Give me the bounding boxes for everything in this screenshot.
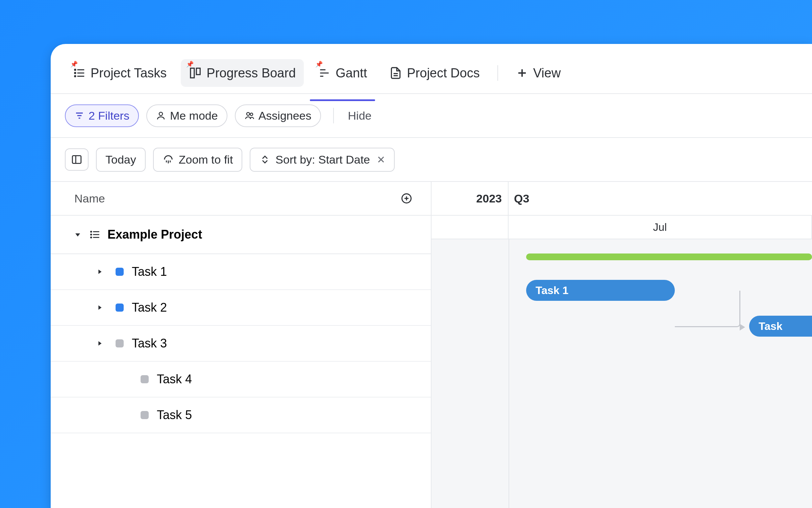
caret-down-icon [73, 230, 82, 239]
gantt-bar-label: Task [759, 320, 783, 333]
tab-label: Progress Board [206, 66, 296, 80]
filter-icon [74, 111, 84, 121]
panel-icon [71, 154, 82, 165]
tab-label: Project Tasks [91, 66, 167, 80]
tab-divider [497, 65, 498, 81]
clear-sort-icon[interactable]: ✕ [377, 154, 385, 166]
task-name: Task 3 [132, 336, 167, 350]
tab-label: Gantt [336, 66, 367, 80]
tab-project-docs[interactable]: Project Docs [381, 59, 488, 87]
sort-by-label: Sort by: Start Date [275, 153, 370, 166]
filter-bar: 2 Filters Me mode Assignees Hide [51, 94, 812, 138]
add-task-icon[interactable] [400, 192, 413, 204]
gantt-quarter-label: Q3 [509, 182, 812, 215]
status-dot [116, 268, 124, 276]
gantt-task-bar[interactable]: Task [749, 316, 812, 337]
caret-right-icon [96, 304, 103, 311]
svg-point-35 [91, 237, 92, 238]
svg-rect-21 [72, 156, 81, 164]
add-view-label: View [533, 66, 561, 80]
today-button[interactable]: Today [96, 148, 146, 172]
svg-point-33 [91, 231, 92, 232]
gantt-year-label: 2023 [432, 182, 509, 215]
filters-chip-label: 2 Filters [89, 109, 129, 122]
status-dot [141, 411, 149, 419]
tab-project-tasks[interactable]: 📌 Project Tasks [65, 59, 175, 87]
task-list-header: Name [51, 182, 431, 216]
task-row[interactable]: Task 5 [51, 397, 431, 433]
toggle-sidebar-button[interactable] [65, 148, 89, 171]
gantt-chart[interactable]: 2023 Q3 Jul Task 1 Task [432, 182, 812, 508]
sort-by-button[interactable]: Sort by: Start Date ✕ [250, 148, 395, 172]
zoom-to-fit-label: Zoom to fit [179, 153, 233, 166]
people-icon [244, 111, 254, 121]
list-icon [89, 229, 101, 240]
pin-icon: 📌 [70, 61, 78, 68]
list-icon [73, 67, 86, 79]
plus-icon [516, 67, 528, 79]
task-name: Task 4 [157, 372, 192, 386]
assignees-label: Assignees [259, 109, 312, 122]
task-row[interactable]: Task 3 [51, 326, 431, 362]
svg-marker-36 [98, 270, 101, 274]
project-name: Example Project [107, 227, 202, 242]
task-row[interactable]: Task 2 [51, 290, 431, 326]
me-mode-chip[interactable]: Me mode [146, 104, 227, 127]
add-view-button[interactable]: View [508, 59, 569, 87]
svg-point-34 [91, 234, 92, 235]
status-dot [141, 375, 149, 383]
svg-point-19 [247, 113, 250, 116]
svg-point-5 [75, 76, 76, 77]
project-row[interactable]: Example Project [51, 216, 431, 254]
task-row[interactable]: Task 1 [51, 254, 431, 290]
svg-marker-38 [98, 341, 101, 346]
document-icon [389, 67, 402, 79]
task-row[interactable]: Task 4 [51, 362, 431, 397]
gantt-header: 2023 Q3 [432, 182, 812, 216]
task-name: Task 2 [132, 300, 167, 315]
caret-right-icon [96, 340, 103, 347]
hide-button[interactable]: Hide [348, 109, 372, 122]
gantt-subheader: Jul [432, 216, 812, 239]
pin-icon: 📌 [315, 61, 323, 68]
task-name: Task 5 [157, 408, 192, 422]
person-icon [156, 111, 166, 121]
task-name: Task 1 [132, 265, 167, 279]
assignees-chip[interactable]: Assignees [235, 104, 321, 127]
svg-rect-6 [191, 68, 194, 78]
task-list: Name Example Project Task 1 Task 2 [51, 182, 432, 508]
status-dot [116, 304, 124, 312]
tab-gantt[interactable]: 📌 Gantt [310, 59, 375, 87]
status-dot [116, 339, 124, 347]
today-label: Today [105, 153, 136, 166]
gantt-icon [318, 67, 331, 79]
me-mode-label: Me mode [170, 109, 218, 122]
main-content: Name Example Project Task 1 Task 2 [51, 182, 812, 508]
filters-chip[interactable]: 2 Filters [65, 104, 139, 127]
gantt-sub-spacer [432, 216, 509, 239]
gantt-toolbar: Today Zoom to fit Sort by: Start Date ✕ [51, 138, 812, 182]
pin-icon: 📌 [186, 61, 194, 68]
zoom-fit-icon [163, 154, 174, 165]
gantt-gridline [509, 239, 509, 508]
gantt-summary-bar[interactable] [526, 253, 812, 260]
filters-divider [333, 108, 334, 123]
gantt-bar-label: Task 1 [536, 284, 568, 297]
svg-point-3 [75, 69, 76, 70]
name-column-header: Name [74, 192, 105, 205]
svg-rect-7 [196, 68, 200, 75]
board-icon [189, 67, 202, 79]
caret-right-icon [96, 268, 103, 275]
view-tabs: 📌 Project Tasks 📌 Progress Board 📌 Gantt… [51, 44, 812, 94]
gantt-task-bar[interactable]: Task 1 [526, 280, 675, 301]
gantt-dependency-arrow-icon [740, 324, 745, 331]
svg-marker-29 [75, 234, 80, 237]
tab-progress-board[interactable]: 📌 Progress Board [181, 59, 304, 87]
svg-point-18 [159, 112, 163, 116]
gantt-body: Task 1 Task [432, 239, 812, 508]
gantt-dependency-line [675, 291, 740, 327]
svg-point-4 [75, 72, 76, 73]
svg-marker-37 [98, 306, 101, 310]
zoom-to-fit-button[interactable]: Zoom to fit [153, 148, 243, 172]
gantt-month-label: Jul [509, 216, 812, 239]
